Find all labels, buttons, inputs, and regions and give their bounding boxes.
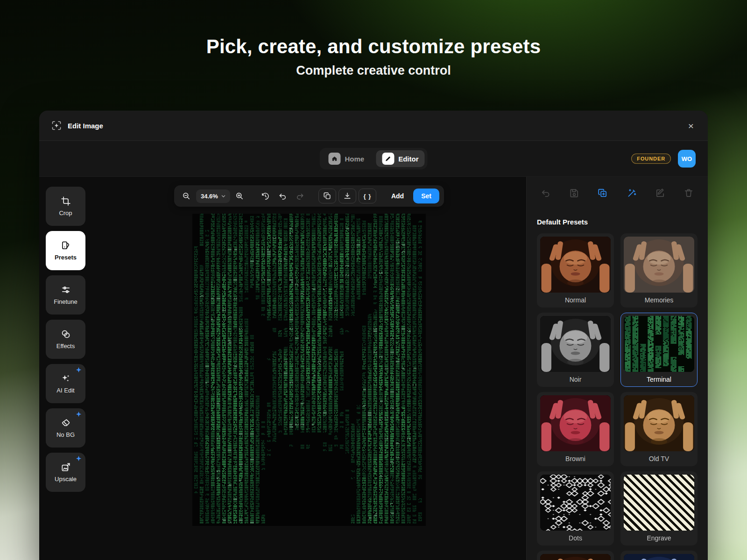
preset-card-memories[interactable]: Memories	[620, 233, 698, 308]
braces-icon[interactable]: { }	[359, 189, 376, 203]
window-title: Edit Image	[68, 122, 103, 130]
sidebar-item-ai-edit[interactable]: AI Edit	[46, 364, 85, 403]
history-icon[interactable]	[258, 189, 273, 203]
preset-card-terminal[interactable]: Terminal	[620, 313, 698, 387]
preset-card-engrave[interactable]: Engrave	[620, 471, 698, 546]
tab-editor[interactable]: Editor	[376, 150, 424, 167]
preset-card-normal[interactable]: Normal	[537, 233, 614, 308]
preset-label: Memories	[624, 293, 694, 307]
preset-thumbnail	[624, 475, 694, 531]
edit-image-window: Edit Image × Home Editor FOU	[39, 111, 708, 560]
preset-thumbnail	[540, 237, 611, 293]
delete-preset-icon[interactable]	[683, 187, 695, 199]
edited-image-canvas[interactable]	[192, 214, 426, 526]
hero-subtitle: Complete creative control	[0, 63, 747, 78]
sidebar-item-effects[interactable]: Effects	[46, 320, 85, 359]
sparkles-icon	[61, 373, 71, 384]
preset-thumbnail	[624, 554, 694, 560]
preset-grid: NormalMemoriesNoirTerminalBrowniOld TVDo…	[537, 233, 698, 560]
sidebar-item-label: Presets	[55, 254, 77, 261]
preset-label: Browni	[540, 451, 611, 466]
presets-icon	[61, 240, 71, 251]
nav-tabs-group: Home Editor	[319, 148, 427, 169]
upscale-icon	[61, 462, 71, 472]
save-preset-icon[interactable]	[568, 187, 580, 199]
effects-icon	[61, 329, 71, 339]
preset-thumbnail	[540, 316, 611, 372]
sidebar-item-label: No BG	[56, 431, 75, 438]
preset-card-browni[interactable]: Browni	[537, 392, 614, 466]
page-background: Pick, create, and customize presets Comp…	[0, 0, 747, 560]
presets-panel: Default Presets NormalMemoriesNoirTermin…	[526, 177, 708, 560]
tab-home[interactable]: Home	[322, 150, 370, 167]
download-icon[interactable]	[338, 189, 356, 203]
preset-thumbnail	[540, 395, 611, 451]
edit-image-icon	[51, 120, 62, 131]
preset-card-dots[interactable]: Dots	[537, 471, 614, 546]
preset-label: Terminal	[624, 372, 694, 386]
zoom-level-value: 34.6%	[201, 193, 218, 200]
tools-sidebar: Crop Presets Finetune	[39, 177, 92, 560]
crop-icon	[61, 196, 71, 206]
magic-wand-icon[interactable]	[626, 187, 638, 199]
preset-card-old-tv[interactable]: Old TV	[620, 392, 698, 466]
pro-diamond-icon	[76, 367, 82, 373]
close-icon[interactable]: ×	[686, 119, 696, 133]
preset-label: Engrave	[624, 531, 694, 545]
preset-card-preset[interactable]	[537, 551, 614, 560]
tab-home-label: Home	[345, 155, 364, 163]
sidebar-item-label: Finetune	[54, 298, 78, 305]
sidebar-item-upscale[interactable]: Upscale	[46, 453, 85, 492]
undo-preset-icon[interactable]	[540, 187, 552, 199]
zoom-level-dropdown[interactable]: 34.6%	[196, 189, 230, 203]
sidebar-item-label: Crop	[59, 210, 72, 217]
sidebar-item-presets[interactable]: Presets	[46, 231, 85, 270]
hero-section: Pick, create, and customize presets Comp…	[0, 35, 747, 78]
copy-icon[interactable]	[318, 189, 336, 203]
preset-label: Dots	[540, 531, 611, 545]
sidebar-item-label: Upscale	[55, 476, 77, 483]
nav-right-group: FOUNDER WO	[631, 150, 696, 168]
main-content: Crop Presets Finetune	[39, 177, 708, 560]
home-icon	[328, 153, 340, 165]
chevron-down-icon	[221, 195, 226, 198]
presets-panel-toolbar	[537, 187, 698, 199]
pro-diamond-icon	[76, 455, 82, 462]
duplicate-preset-icon[interactable]	[597, 187, 609, 199]
sidebar-item-label: Effects	[56, 343, 75, 350]
preset-thumbnail	[540, 554, 611, 560]
pencil-icon	[382, 153, 394, 165]
sidebar-item-label: AI Edit	[56, 387, 74, 394]
pro-diamond-icon	[76, 411, 82, 417]
preset-label: Old TV	[624, 451, 694, 466]
tab-editor-label: Editor	[398, 155, 418, 163]
hero-title: Pick, create, and customize presets	[0, 35, 747, 58]
finetune-icon	[61, 285, 71, 295]
zoom-in-icon[interactable]	[233, 189, 247, 203]
founder-badge: FOUNDER	[631, 154, 671, 164]
preset-card-noir[interactable]: Noir	[537, 313, 614, 387]
sidebar-item-no-bg[interactable]: No BG	[46, 408, 85, 448]
default-presets-heading: Default Presets	[537, 218, 698, 226]
canvas-area: 34.6%	[92, 177, 526, 560]
preset-label: Noir	[540, 372, 611, 386]
canvas-toolbar: 34.6%	[174, 185, 444, 207]
set-button[interactable]: Set	[413, 189, 439, 203]
avatar[interactable]: WO	[678, 150, 696, 168]
edit-preset-icon[interactable]	[654, 187, 666, 199]
zoom-out-icon[interactable]	[179, 189, 194, 203]
undo-icon[interactable]	[275, 189, 290, 203]
preset-thumbnail	[624, 395, 694, 451]
window-header: Edit Image ×	[39, 111, 708, 141]
eraser-icon	[61, 418, 71, 428]
redo-icon[interactable]	[293, 189, 308, 203]
sidebar-item-finetune[interactable]: Finetune	[46, 275, 85, 315]
preset-label: Normal	[540, 293, 611, 307]
preset-thumbnail	[540, 475, 611, 531]
add-button[interactable]: Add	[384, 189, 411, 203]
preset-thumbnail	[624, 237, 694, 293]
top-nav-bar: Home Editor FOUNDER WO	[39, 141, 708, 177]
preset-thumbnail	[624, 316, 694, 372]
sidebar-item-crop[interactable]: Crop	[46, 187, 85, 226]
preset-card-preset[interactable]	[620, 551, 698, 560]
